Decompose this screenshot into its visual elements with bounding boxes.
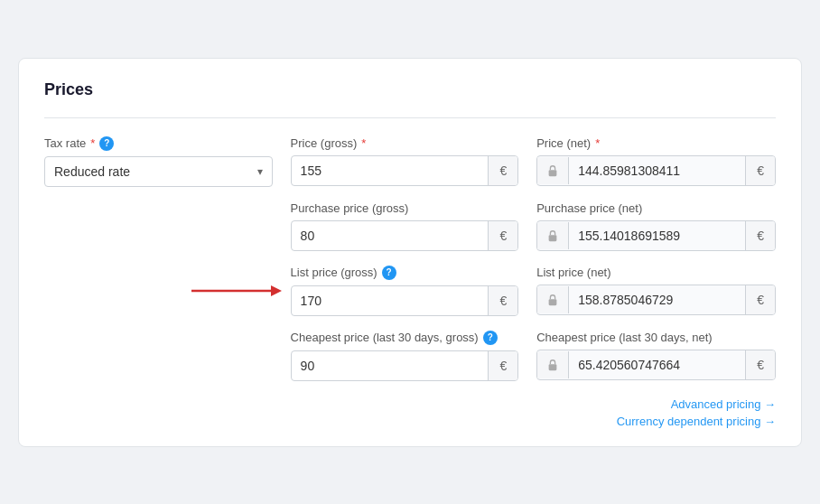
purchase-price-gross-currency: €: [488, 221, 517, 250]
price-net-input-wrapper: €: [536, 155, 776, 186]
price-net-input: [569, 156, 745, 185]
purchase-price-gross-field: Purchase price (gross) €: [291, 201, 519, 251]
cheapest-price-gross-currency: €: [488, 351, 517, 380]
purchase-price-gross-input-wrapper: €: [291, 220, 519, 251]
prices-card: Prices Tax rate * ? Standard rate Reduce…: [18, 58, 802, 447]
list-price-gross-label: List price (gross) ?: [291, 266, 519, 280]
cheapest-price-gross-label: Cheapest price (last 30 days, gross) ?: [291, 331, 519, 345]
list-price-gross-field: List price (gross) ? €: [291, 266, 519, 316]
cheapest-price-net-label: Cheapest price (last 30 days, net): [536, 331, 776, 344]
form-grid: Tax rate * ? Standard rate Reduced rate …: [44, 136, 776, 381]
svg-rect-4: [549, 299, 557, 305]
red-arrow: [191, 280, 282, 302]
purchase-price-net-lock-icon: [537, 222, 569, 249]
list-price-gross-currency: €: [488, 286, 517, 315]
cheapest-price-gross-input-wrapper: €: [291, 350, 519, 381]
cheapest-price-gross-help-icon[interactable]: ?: [483, 331, 498, 345]
list-price-gross-help-icon[interactable]: ?: [382, 266, 396, 280]
tax-rate-select-wrapper: Standard rate Reduced rate Zero rate ▾: [44, 156, 273, 187]
tax-rate-field: Tax rate * ? Standard rate Reduced rate …: [44, 136, 273, 187]
price-net-currency: €: [745, 156, 775, 185]
tax-rate-help-icon[interactable]: ?: [99, 136, 114, 151]
purchase-price-net-currency: €: [745, 221, 775, 250]
price-net-lock-icon: [537, 157, 569, 184]
svg-rect-5: [549, 364, 557, 370]
cheapest-price-net-lock-icon: [537, 351, 569, 378]
list-price-net-field: List price (net) €: [536, 266, 776, 315]
list-price-net-label: List price (net): [536, 266, 776, 279]
cheapest-price-net-input-wrapper: €: [536, 350, 776, 380]
purchase-price-gross-label: Purchase price (gross): [291, 201, 519, 215]
required-star: *: [90, 136, 95, 150]
card-title: Prices: [44, 80, 776, 99]
tax-rate-label: Tax rate * ?: [44, 136, 273, 151]
cheapest-price-gross-field: Cheapest price (last 30 days, gross) ? €: [291, 331, 519, 381]
purchase-price-net-field: Purchase price (net) €: [536, 201, 776, 251]
price-gross-label: Price (gross) *: [291, 136, 519, 150]
price-gross-input[interactable]: [292, 156, 489, 185]
currency-pricing-link[interactable]: Currency dependent pricing →: [617, 415, 776, 428]
cheapest-price-net-currency: €: [745, 350, 775, 379]
cheapest-price-gross-input[interactable]: [292, 351, 489, 380]
cheapest-price-net-field: Cheapest price (last 30 days, net) €: [536, 331, 776, 380]
tax-rate-select[interactable]: Standard rate Reduced rate Zero rate: [45, 157, 272, 186]
price-gross-input-wrapper: €: [291, 155, 519, 186]
required-star-3: *: [595, 136, 600, 150]
list-price-net-currency: €: [745, 285, 775, 314]
price-net-field: Price (net) * €: [536, 136, 776, 186]
svg-rect-0: [549, 170, 557, 176]
cheapest-price-net-input: [569, 350, 745, 379]
list-price-net-input: [569, 285, 745, 314]
purchase-price-net-label: Purchase price (net): [536, 201, 776, 215]
required-star-2: *: [361, 136, 366, 150]
price-gross-currency: €: [488, 156, 517, 185]
footer-links: Advanced pricing → Currency dependent pr…: [44, 397, 776, 428]
divider: [44, 117, 776, 118]
price-net-label: Price (net) *: [536, 136, 776, 150]
advanced-pricing-link[interactable]: Advanced pricing →: [671, 397, 776, 411]
list-price-net-input-wrapper: €: [536, 285, 776, 315]
svg-rect-1: [549, 235, 557, 241]
price-gross-field: Price (gross) * €: [291, 136, 519, 186]
purchase-price-net-input: [569, 221, 745, 250]
list-price-net-lock-icon: [537, 286, 569, 313]
purchase-price-gross-input[interactable]: [292, 221, 489, 250]
list-price-gross-input-wrapper: €: [291, 285, 519, 316]
purchase-price-net-input-wrapper: €: [536, 220, 776, 251]
list-price-gross-input[interactable]: [292, 286, 489, 315]
svg-marker-3: [271, 285, 282, 296]
